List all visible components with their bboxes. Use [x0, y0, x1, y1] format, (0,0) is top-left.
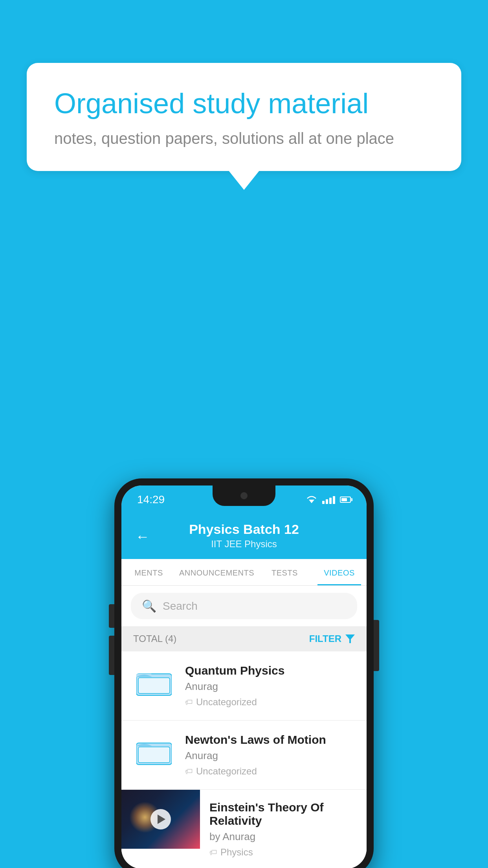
tag-label-2: Uncategorized — [196, 766, 257, 777]
bubble-title: Organised study material — [54, 86, 434, 120]
signal-bar-1 — [322, 501, 325, 504]
list-item[interactable]: Newton's Laws of Motion Anurag 🏷 Uncateg… — [121, 721, 367, 790]
total-count: TOTAL (4) — [133, 633, 176, 644]
bubble-arrow — [228, 170, 260, 190]
video-tag-1: 🏷 Uncategorized — [185, 697, 356, 708]
status-icons — [306, 495, 351, 504]
video-title-2: Newton's Laws of Motion — [185, 733, 356, 747]
tab-bar: MENTS ANNOUNCEMENTS TESTS VIDEOS — [121, 559, 367, 586]
phone-frame: 14:29 — [114, 478, 374, 868]
video-tag-2: 🏷 Uncategorized — [185, 766, 356, 777]
filter-bar: TOTAL (4) FILTER — [121, 626, 367, 651]
filter-label: FILTER — [309, 633, 341, 644]
phone-outer: 14:29 — [114, 478, 374, 868]
signal-bar-2 — [326, 499, 328, 504]
folder-icon — [136, 664, 172, 699]
tag-icon-1: 🏷 — [185, 698, 193, 707]
notch — [213, 485, 275, 506]
video-title-1: Quantum Physics — [185, 664, 356, 677]
tab-tests[interactable]: TESTS — [257, 559, 312, 585]
svg-marker-0 — [309, 500, 314, 503]
svg-rect-4 — [138, 678, 170, 693]
battery-fill — [341, 498, 347, 501]
tag-label-3: Physics — [220, 847, 253, 858]
signal-icon — [322, 495, 335, 504]
svg-marker-1 — [345, 634, 355, 643]
tab-ments[interactable]: MENTS — [121, 559, 176, 585]
video-tag-3: 🏷 Physics — [209, 847, 356, 858]
folder-icon — [136, 733, 172, 769]
list-item[interactable]: Einstein's Theory Of Relativity by Anura… — [121, 790, 367, 868]
filter-button[interactable]: FILTER — [309, 633, 355, 644]
video-thumb-2 — [132, 733, 176, 769]
video-thumb-1 — [132, 664, 176, 699]
tag-icon-3: 🏷 — [209, 848, 217, 857]
signal-bar-3 — [329, 498, 332, 504]
video-author-1: Anurag — [185, 680, 356, 693]
play-icon — [158, 815, 165, 824]
camera — [240, 492, 248, 499]
svg-rect-6 — [138, 747, 170, 763]
app-bar: ← Physics Batch 12 IIT JEE Physics — [121, 514, 367, 559]
status-time: 14:29 — [137, 493, 165, 506]
app-bar-center: Physics Batch 12 IIT JEE Physics — [189, 522, 299, 550]
search-placeholder: Search — [163, 600, 198, 612]
phone-screen: 14:29 — [121, 485, 367, 868]
video-info-2: Newton's Laws of Motion Anurag 🏷 Uncateg… — [185, 733, 356, 777]
video-title-3: Einstein's Theory Of Relativity — [209, 801, 356, 828]
search-icon: 🔍 — [142, 599, 156, 613]
bubble-subtitle: notes, question papers, solutions all at… — [54, 130, 434, 147]
speech-bubble-section: Organised study material notes, question… — [27, 63, 461, 190]
search-bar[interactable]: 🔍 Search — [131, 593, 357, 619]
speech-bubble: Organised study material notes, question… — [27, 63, 461, 171]
tab-videos[interactable]: VIDEOS — [312, 559, 367, 585]
tab-announcements[interactable]: ANNOUNCEMENTS — [176, 559, 257, 585]
volume-up-button — [109, 604, 114, 628]
video-info-3: Einstein's Theory Of Relativity by Anura… — [209, 790, 367, 868]
filter-icon — [345, 634, 355, 643]
video-list: Quantum Physics Anurag 🏷 Uncategorized — [121, 651, 367, 868]
power-button — [374, 620, 379, 671]
app-bar-subtitle: IIT JEE Physics — [189, 539, 299, 550]
search-bar-wrapper: 🔍 Search — [121, 586, 367, 626]
app-bar-title: Physics Batch 12 — [189, 522, 299, 537]
video-author-3: by Anurag — [209, 831, 356, 843]
tag-icon-2: 🏷 — [185, 767, 193, 776]
signal-bar-4 — [333, 496, 335, 504]
wifi-icon — [306, 495, 317, 504]
video-info-1: Quantum Physics Anurag 🏷 Uncategorized — [185, 664, 356, 708]
video-thumbnail-3 — [121, 790, 200, 849]
status-bar: 14:29 — [121, 485, 367, 514]
play-button[interactable] — [150, 809, 171, 829]
tag-label-1: Uncategorized — [196, 697, 257, 708]
video-author-2: Anurag — [185, 750, 356, 762]
battery-icon — [340, 497, 351, 503]
list-item[interactable]: Quantum Physics Anurag 🏷 Uncategorized — [121, 651, 367, 721]
volume-down-button — [109, 636, 114, 675]
back-button[interactable]: ← — [136, 528, 150, 545]
